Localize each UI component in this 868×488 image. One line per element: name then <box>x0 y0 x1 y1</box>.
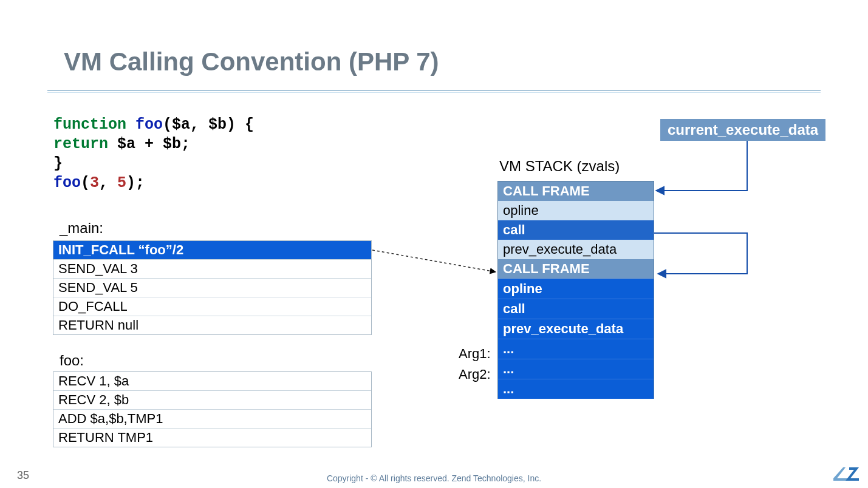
arg2-label: Arg2: <box>459 367 491 382</box>
op-row: INIT_FCALL “foo”/2 <box>53 241 371 260</box>
zend-logo-icon <box>833 466 859 482</box>
vm-stack: CALL FRAME opline call prev_execute_data… <box>497 181 654 399</box>
op-row: RETURN null <box>53 316 371 334</box>
op-row: RETURN TMP1 <box>53 429 371 447</box>
code-snippet: function foo($a, $b) { return $a + $b; }… <box>53 115 254 193</box>
current-execute-data-box: current_execute_data <box>660 119 825 141</box>
vm-stack-title: VM STACK (zvals) <box>499 158 620 175</box>
stack-row: CALL FRAME <box>498 181 654 201</box>
stack-row: CALL FRAME <box>498 259 654 279</box>
stack-row: call <box>498 299 654 319</box>
arg1-label: Arg1: <box>459 346 491 362</box>
copyright: Copyright - © All rights reserved. Zend … <box>0 473 868 483</box>
title-divider <box>47 90 821 91</box>
main-ops-table: INIT_FCALL “foo”/2 SEND_VAL 3 SEND_VAL 5… <box>53 240 372 335</box>
stack-row: opline <box>498 279 654 299</box>
stack-row: ... <box>498 359 654 379</box>
stack-row: prev_execute_data <box>498 240 654 259</box>
foo-label: foo: <box>60 352 84 369</box>
op-row: SEND_VAL 5 <box>53 279 371 297</box>
op-row: RECV 2, $b <box>53 391 371 410</box>
stack-row: prev_execute_data <box>498 319 654 339</box>
stack-row: ... <box>498 379 654 399</box>
op-row: SEND_VAL 3 <box>53 260 371 279</box>
stack-row: ... <box>498 339 654 359</box>
main-label: _main: <box>60 220 103 237</box>
slide-title: VM Calling Convention (PHP 7) <box>64 47 439 76</box>
stack-row: opline <box>498 201 654 220</box>
op-row: ADD $a,$b,TMP1 <box>53 410 371 429</box>
foo-ops-table: RECV 1, $a RECV 2, $b ADD $a,$b,TMP1 RET… <box>53 371 372 447</box>
stack-row: call <box>498 220 654 240</box>
op-row: RECV 1, $a <box>53 372 371 391</box>
op-row: DO_FCALL <box>53 297 371 316</box>
svg-line-0 <box>372 250 496 272</box>
